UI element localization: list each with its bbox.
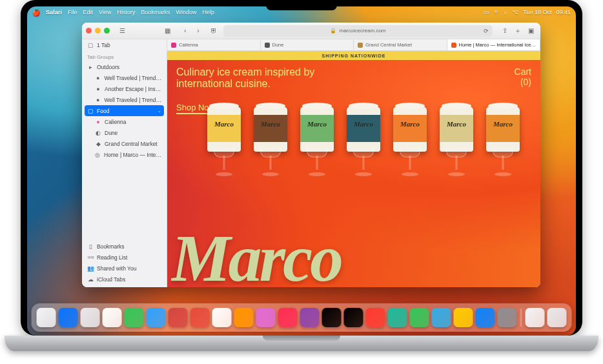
sidebar-item-label: iCloud Tabs <box>97 276 125 283</box>
new-tab-icon[interactable]: ＋ <box>512 25 524 37</box>
sidebar-group-outdoors[interactable]: ▸ Outdoors <box>82 61 167 72</box>
shipping-banner: SHIPPING NATIONWIDE <box>167 51 540 60</box>
spotlight-icon[interactable]: ⌕ <box>504 9 507 15</box>
sidebar-item[interactable]: ◆ Grand Central Market <box>82 138 167 149</box>
sidebar-shared-with-you[interactable]: 👥 Shared with You <box>82 263 167 274</box>
safari-content: Calienna Dune Grand Central Market <box>167 39 540 287</box>
chevron-down-icon: ⌄ <box>158 108 161 114</box>
tab-group-picker-icon[interactable]: ▦ <box>161 25 173 37</box>
dock-app[interactable] <box>526 308 545 327</box>
favicon-icon: ◎ <box>95 152 101 158</box>
sidebar-item-label: Home | Marco — Inte… <box>104 152 161 158</box>
sidebar-item[interactable]: ● Well Traveled | Trend… <box>82 72 167 83</box>
dock-app[interactable] <box>37 308 56 327</box>
pint <box>485 106 521 190</box>
sidebar-item[interactable]: ◐ Dune <box>82 127 167 138</box>
window-close-button[interactable] <box>86 28 92 34</box>
dock-app[interactable] <box>547 308 567 327</box>
window-minimize-button[interactable] <box>95 28 101 34</box>
sidebar-item-label: Calienna <box>105 119 127 125</box>
dock-app[interactable] <box>432 308 451 327</box>
privacy-report-icon[interactable]: ⛨ <box>208 25 220 37</box>
sidebar-item[interactable]: ● Calienna <box>82 116 167 127</box>
control-center-icon[interactable]: ⌥ <box>512 9 518 15</box>
sidebar-item[interactable]: ● Another Escape | Ins… <box>82 83 167 94</box>
dock-app[interactable] <box>410 308 429 327</box>
dock-app[interactable] <box>388 308 407 327</box>
apple-menu-icon[interactable]: 🍎 <box>32 9 40 16</box>
back-button-icon[interactable]: ‹ <box>179 25 191 37</box>
dock-app[interactable] <box>454 308 473 327</box>
dock-app[interactable] <box>366 308 385 327</box>
tab-overview-icon[interactable]: ▣ <box>525 25 537 37</box>
dock-app[interactable] <box>147 308 166 327</box>
laptop-base <box>5 336 598 351</box>
tab-marco[interactable]: Home | Marco — International Ice… <box>447 39 541 50</box>
share-icon[interactable]: ⇪ <box>499 25 511 37</box>
battery-icon[interactable]: ▭ <box>484 9 489 15</box>
window-zoom-button[interactable] <box>104 28 110 34</box>
tab-label: Grand Central Market <box>365 42 412 48</box>
menu-history[interactable]: History <box>117 9 135 15</box>
cloud-icon: ☁ <box>87 276 94 283</box>
menubar-date[interactable]: Tue 18 Oct <box>523 9 551 15</box>
sidebar-one-tab[interactable]: ▢ 1 Tab <box>82 39 167 50</box>
sidebar-bookmarks[interactable]: ▯ Bookmarks <box>82 241 167 252</box>
sidebar-group-label: Food <box>97 108 109 114</box>
glasses-icon: 👓 <box>87 254 94 261</box>
sidebar-section-label: Tab Groups <box>87 54 114 60</box>
dock-app[interactable] <box>190 308 210 327</box>
dock-app[interactable] <box>81 308 100 327</box>
dock-app[interactable] <box>278 308 298 327</box>
tab-dune[interactable]: Dune <box>261 39 354 50</box>
hero-headline: Culinary ice cream inspired by internati… <box>176 66 325 90</box>
sidebar-icloud-tabs[interactable]: ☁ iCloud Tabs <box>82 274 167 285</box>
sidebar-group-food[interactable]: ▢ Food ⌄ <box>85 105 164 116</box>
safari-sidebar: ▢ 1 Tab Tab Groups ▸ Outdoors ● Well <box>82 39 167 287</box>
dock-app[interactable] <box>498 308 517 327</box>
dock-app[interactable] <box>125 308 144 327</box>
favicon-icon <box>358 43 363 48</box>
dock-app[interactable] <box>234 308 254 327</box>
menu-bookmarks[interactable]: Bookmarks <box>141 9 170 15</box>
sidebar-item[interactable]: ● Well Traveled | Trend… <box>82 94 167 105</box>
people-icon: 👥 <box>87 265 94 272</box>
menu-edit[interactable]: Edit <box>83 9 94 15</box>
menu-window[interactable]: Window <box>176 9 196 15</box>
menu-help[interactable]: Help <box>202 9 214 15</box>
pint <box>392 106 428 190</box>
favicon-icon <box>171 43 176 48</box>
address-bar[interactable]: 🔒 marcoicecream.com ⟳ <box>223 25 493 37</box>
sidebar-reading-list[interactable]: 👓 Reading List <box>82 252 167 263</box>
dock-app[interactable] <box>322 308 342 327</box>
tab-grand-central[interactable]: Grand Central Market <box>354 39 447 50</box>
forward-button-icon[interactable]: › <box>192 25 204 37</box>
pint <box>299 106 335 190</box>
dock-app[interactable] <box>169 308 188 327</box>
sidebar-item[interactable]: ◎ Home | Marco — Inte… <box>82 149 167 160</box>
dock-app[interactable] <box>300 308 320 327</box>
cart-link[interactable]: Cart (0) <box>515 66 531 87</box>
reload-icon[interactable]: ⟳ <box>484 28 489 34</box>
favicon-icon: ● <box>95 97 101 103</box>
tab-calienna[interactable]: Calienna <box>167 39 261 50</box>
sidebar-toggle-icon[interactable]: ☰ <box>116 25 128 37</box>
dock-app[interactable] <box>256 308 276 327</box>
wifi-icon[interactable]: ᯤ <box>494 9 500 15</box>
app-menu[interactable]: Safari <box>46 9 62 15</box>
sidebar-item-label: Dune <box>105 130 118 136</box>
dock-app[interactable] <box>59 308 78 327</box>
dock-app[interactable] <box>103 308 122 327</box>
webpage-marco[interactable]: SHIPPING NATIONWIDE Culinary ice cream i… <box>167 51 540 287</box>
menu-file[interactable]: File <box>68 9 77 15</box>
dock-app[interactable] <box>476 308 495 327</box>
dock-app[interactable] <box>212 308 232 327</box>
address-url: marcoicecream.com <box>339 28 385 34</box>
menubar-time[interactable]: 09:41 <box>556 9 571 15</box>
menu-view[interactable]: View <box>99 9 111 15</box>
pint <box>252 106 289 190</box>
pint <box>345 106 382 190</box>
dock-app[interactable] <box>344 308 363 327</box>
tab-label: Calienna <box>179 42 198 48</box>
macos-dock <box>32 303 572 332</box>
